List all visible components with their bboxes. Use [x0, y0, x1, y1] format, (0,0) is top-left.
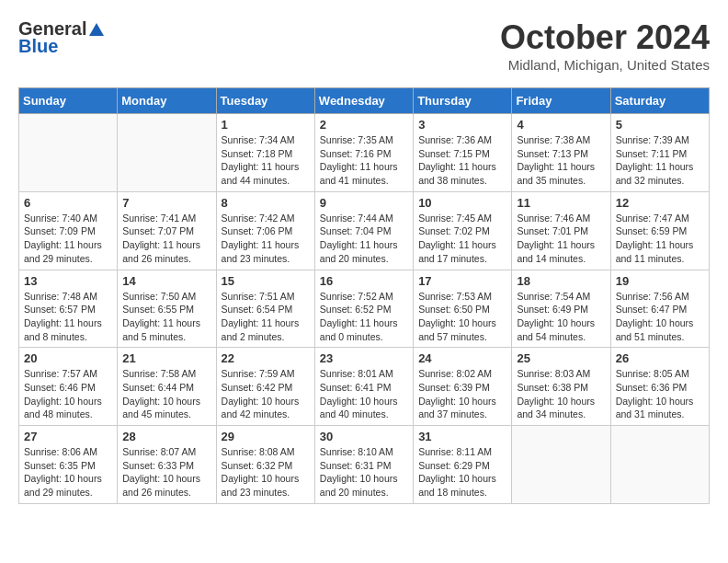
calendar-cell: 15Sunrise: 7:51 AM Sunset: 6:54 PM Dayli…	[216, 270, 314, 348]
calendar-cell: 16Sunrise: 7:52 AM Sunset: 6:52 PM Dayli…	[314, 270, 413, 348]
calendar-cell: 20Sunrise: 7:57 AM Sunset: 6:46 PM Dayli…	[19, 348, 118, 426]
day-detail: Sunrise: 8:03 AM Sunset: 6:38 PM Dayligh…	[517, 367, 605, 421]
day-detail: Sunrise: 7:46 AM Sunset: 7:01 PM Dayligh…	[517, 212, 605, 266]
weekday-header-sunday: Sunday	[19, 88, 118, 114]
calendar-cell: 9Sunrise: 7:44 AM Sunset: 7:04 PM Daylig…	[314, 191, 413, 270]
location-subtitle: Midland, Michigan, United States	[500, 57, 710, 73]
calendar-cell: 30Sunrise: 8:10 AM Sunset: 6:31 PM Dayli…	[314, 426, 413, 504]
day-number: 7	[122, 196, 210, 210]
week-row-1: 1Sunrise: 7:34 AM Sunset: 7:18 PM Daylig…	[19, 114, 710, 192]
day-number: 31	[418, 430, 506, 443]
day-number: 6	[24, 196, 112, 210]
page-header: General Blue October 2024 Midland, Michi…	[18, 18, 710, 73]
day-number: 28	[122, 430, 210, 443]
day-detail: Sunrise: 7:39 AM Sunset: 7:11 PM Dayligh…	[616, 133, 704, 188]
calendar-cell: 5Sunrise: 7:39 AM Sunset: 7:11 PM Daylig…	[610, 114, 709, 192]
weekday-header-tuesday: Tuesday	[216, 88, 314, 114]
day-number: 17	[418, 274, 506, 288]
calendar-cell	[19, 114, 118, 192]
day-detail: Sunrise: 7:42 AM Sunset: 7:06 PM Dayligh…	[222, 212, 310, 266]
day-detail: Sunrise: 7:52 AM Sunset: 6:52 PM Dayligh…	[320, 290, 408, 344]
calendar-cell: 12Sunrise: 7:47 AM Sunset: 6:59 PM Dayli…	[610, 191, 709, 270]
day-number: 19	[616, 274, 704, 288]
day-detail: Sunrise: 8:05 AM Sunset: 6:36 PM Dayligh…	[616, 367, 704, 421]
calendar-cell: 14Sunrise: 7:50 AM Sunset: 6:55 PM Dayli…	[118, 270, 216, 348]
day-detail: Sunrise: 7:59 AM Sunset: 6:42 PM Dayligh…	[222, 367, 310, 421]
calendar-cell: 28Sunrise: 8:07 AM Sunset: 6:33 PM Dayli…	[118, 426, 216, 504]
day-detail: Sunrise: 8:08 AM Sunset: 6:32 PM Dayligh…	[222, 445, 310, 500]
week-row-4: 20Sunrise: 7:57 AM Sunset: 6:46 PM Dayli…	[19, 348, 710, 426]
day-detail: Sunrise: 7:51 AM Sunset: 6:54 PM Dayligh…	[222, 290, 310, 344]
day-detail: Sunrise: 8:06 AM Sunset: 6:35 PM Dayligh…	[24, 445, 112, 500]
day-detail: Sunrise: 7:38 AM Sunset: 7:13 PM Dayligh…	[517, 133, 605, 188]
logo: General Blue	[18, 18, 105, 57]
day-number: 5	[616, 118, 704, 132]
calendar-cell: 17Sunrise: 7:53 AM Sunset: 6:50 PM Dayli…	[414, 270, 512, 348]
day-number: 11	[517, 196, 605, 210]
day-number: 2	[320, 118, 408, 132]
day-number: 1	[222, 118, 310, 132]
day-number: 9	[320, 196, 408, 210]
day-number: 24	[418, 351, 506, 365]
day-detail: Sunrise: 7:40 AM Sunset: 7:09 PM Dayligh…	[24, 212, 112, 266]
day-number: 29	[222, 430, 310, 443]
weekday-header-wednesday: Wednesday	[314, 88, 413, 114]
calendar-cell: 23Sunrise: 8:01 AM Sunset: 6:41 PM Dayli…	[314, 348, 413, 426]
calendar-cell: 7Sunrise: 7:41 AM Sunset: 7:07 PM Daylig…	[118, 191, 216, 270]
day-detail: Sunrise: 8:07 AM Sunset: 6:33 PM Dayligh…	[122, 445, 210, 500]
day-number: 13	[24, 274, 112, 288]
day-number: 3	[418, 118, 506, 132]
calendar-cell: 19Sunrise: 7:56 AM Sunset: 6:47 PM Dayli…	[610, 270, 709, 348]
day-number: 22	[222, 351, 310, 365]
day-number: 15	[222, 274, 310, 288]
calendar-cell: 11Sunrise: 7:46 AM Sunset: 7:01 PM Dayli…	[512, 191, 610, 270]
day-detail: Sunrise: 7:44 AM Sunset: 7:04 PM Dayligh…	[320, 212, 408, 266]
day-detail: Sunrise: 7:53 AM Sunset: 6:50 PM Dayligh…	[418, 290, 506, 344]
calendar-cell: 27Sunrise: 8:06 AM Sunset: 6:35 PM Dayli…	[19, 426, 118, 504]
day-number: 14	[122, 274, 210, 288]
day-number: 10	[418, 196, 506, 210]
calendar-cell: 1Sunrise: 7:34 AM Sunset: 7:18 PM Daylig…	[216, 114, 314, 192]
day-number: 30	[320, 430, 408, 443]
day-number: 25	[517, 351, 605, 365]
weekday-header-row: SundayMondayTuesdayWednesdayThursdayFrid…	[19, 88, 710, 114]
calendar-cell	[610, 426, 709, 504]
calendar-cell: 6Sunrise: 7:40 AM Sunset: 7:09 PM Daylig…	[19, 191, 118, 270]
day-detail: Sunrise: 8:11 AM Sunset: 6:29 PM Dayligh…	[418, 445, 506, 500]
week-row-5: 27Sunrise: 8:06 AM Sunset: 6:35 PM Dayli…	[19, 426, 710, 504]
calendar-cell: 25Sunrise: 8:03 AM Sunset: 6:38 PM Dayli…	[512, 348, 610, 426]
calendar-cell: 21Sunrise: 7:58 AM Sunset: 6:44 PM Dayli…	[118, 348, 216, 426]
logo-blue-text: Blue	[18, 36, 58, 57]
day-detail: Sunrise: 7:58 AM Sunset: 6:44 PM Dayligh…	[122, 367, 210, 421]
month-title: October 2024	[500, 18, 710, 57]
day-detail: Sunrise: 8:10 AM Sunset: 6:31 PM Dayligh…	[320, 445, 408, 500]
day-detail: Sunrise: 7:48 AM Sunset: 6:57 PM Dayligh…	[24, 290, 112, 344]
calendar-cell: 10Sunrise: 7:45 AM Sunset: 7:02 PM Dayli…	[414, 191, 512, 270]
calendar-table: SundayMondayTuesdayWednesdayThursdayFrid…	[18, 87, 710, 504]
day-detail: Sunrise: 7:57 AM Sunset: 6:46 PM Dayligh…	[24, 367, 112, 421]
day-detail: Sunrise: 7:45 AM Sunset: 7:02 PM Dayligh…	[418, 212, 506, 266]
day-number: 20	[24, 351, 112, 365]
day-detail: Sunrise: 7:34 AM Sunset: 7:18 PM Dayligh…	[222, 133, 310, 188]
calendar-cell: 31Sunrise: 8:11 AM Sunset: 6:29 PM Dayli…	[414, 426, 512, 504]
title-block: October 2024 Midland, Michigan, United S…	[500, 18, 710, 73]
week-row-3: 13Sunrise: 7:48 AM Sunset: 6:57 PM Dayli…	[19, 270, 710, 348]
logo-icon	[88, 21, 105, 38]
calendar-cell: 18Sunrise: 7:54 AM Sunset: 6:49 PM Dayli…	[512, 270, 610, 348]
day-number: 23	[320, 351, 408, 365]
day-detail: Sunrise: 8:01 AM Sunset: 6:41 PM Dayligh…	[320, 367, 408, 421]
calendar-cell: 3Sunrise: 7:36 AM Sunset: 7:15 PM Daylig…	[414, 114, 512, 192]
calendar-cell: 24Sunrise: 8:02 AM Sunset: 6:39 PM Dayli…	[414, 348, 512, 426]
day-number: 8	[222, 196, 310, 210]
weekday-header-saturday: Saturday	[610, 88, 709, 114]
calendar-cell: 22Sunrise: 7:59 AM Sunset: 6:42 PM Dayli…	[216, 348, 314, 426]
calendar-cell: 8Sunrise: 7:42 AM Sunset: 7:06 PM Daylig…	[216, 191, 314, 270]
day-detail: Sunrise: 7:56 AM Sunset: 6:47 PM Dayligh…	[616, 290, 704, 344]
calendar-cell: 4Sunrise: 7:38 AM Sunset: 7:13 PM Daylig…	[512, 114, 610, 192]
calendar-cell: 29Sunrise: 8:08 AM Sunset: 6:32 PM Dayli…	[216, 426, 314, 504]
weekday-header-friday: Friday	[512, 88, 610, 114]
calendar-cell: 13Sunrise: 7:48 AM Sunset: 6:57 PM Dayli…	[19, 270, 118, 348]
day-number: 16	[320, 274, 408, 288]
day-number: 27	[24, 430, 112, 443]
day-detail: Sunrise: 7:47 AM Sunset: 6:59 PM Dayligh…	[616, 212, 704, 266]
